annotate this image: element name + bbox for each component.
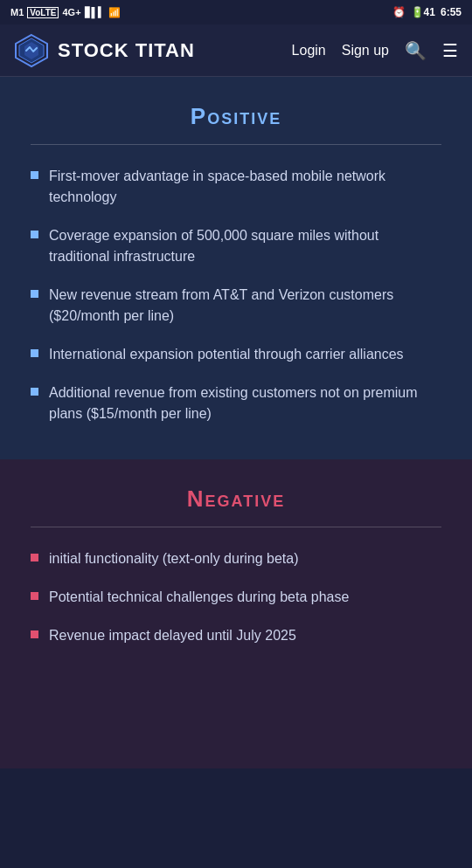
bullet-icon: [31, 349, 38, 357]
positive-item-1: First-mover advantage in space-based mob…: [49, 166, 441, 208]
list-item: First-mover advantage in space-based mob…: [31, 166, 441, 208]
signal-label: 4G+: [62, 7, 80, 17]
positive-title: Positive: [31, 103, 441, 130]
navbar: STOCK TITAN Login Sign up 🔍 ☰: [0, 24, 472, 77]
list-item: Revenue impact delayed until July 2025: [31, 625, 441, 646]
list-item: International expansion potential throug…: [31, 344, 441, 365]
bullet-icon: [31, 231, 38, 238]
bullet-icon: [31, 290, 38, 298]
content: Positive First-mover advantage in space-…: [0, 77, 472, 768]
positive-divider: [31, 144, 441, 145]
status-bar: M1 VoLTE 4G+ ▋▌▍ 📶 ⏰ 🔋41 6:55: [0, 0, 472, 24]
list-item: Coverage expansion of 500,000 square mil…: [31, 225, 441, 267]
menu-icon[interactable]: ☰: [442, 40, 458, 61]
bullet-icon: [31, 630, 38, 638]
login-link[interactable]: Login: [292, 43, 326, 59]
brand: STOCK TITAN: [14, 33, 195, 68]
bullet-icon: [31, 554, 38, 561]
battery-indicator: 🔋41: [411, 6, 435, 18]
positive-section: Positive First-mover advantage in space-…: [0, 77, 472, 459]
wifi-icon: 📶: [108, 7, 121, 18]
bullet-icon: [31, 171, 38, 179]
negative-item-3: Revenue impact delayed until July 2025: [49, 625, 296, 646]
negative-divider: [31, 527, 441, 527]
signal-bars: ▋▌▍: [85, 7, 106, 18]
positive-item-5: Additional revenue from existing custome…: [49, 382, 441, 424]
alarm-icon: ⏰: [392, 6, 406, 18]
bullet-icon: [31, 592, 38, 600]
navbar-links: Login Sign up 🔍 ☰: [292, 40, 458, 61]
brand-name: STOCK TITAN: [58, 39, 195, 62]
negative-list: initial functionality (text-only during …: [31, 548, 441, 646]
list-item: Potential technical challenges during be…: [31, 587, 441, 608]
positive-item-4: International expansion potential throug…: [49, 344, 404, 365]
negative-item-2: Potential technical challenges during be…: [49, 587, 349, 608]
list-item: initial functionality (text-only during …: [31, 548, 441, 569]
negative-item-1: initial functionality (text-only during …: [49, 548, 298, 569]
negative-title: Negative: [31, 486, 441, 513]
negative-section: Negative initial functionality (text-onl…: [0, 459, 472, 681]
positive-item-3: New revenue stream from AT&T and Verizon…: [49, 285, 441, 327]
brand-logo-icon: [14, 33, 49, 68]
status-right: ⏰ 🔋41 6:55: [392, 6, 462, 18]
signup-link[interactable]: Sign up: [342, 43, 389, 59]
bullet-icon: [31, 388, 38, 396]
carrier-label: M1: [10, 7, 24, 17]
positive-item-2: Coverage expansion of 500,000 square mil…: [49, 225, 441, 267]
network-label: VoLTE: [27, 7, 59, 18]
list-item: Additional revenue from existing custome…: [31, 382, 441, 424]
time-label: 6:55: [441, 6, 462, 18]
bottom-area: [0, 681, 472, 768]
status-left: M1 VoLTE 4G+ ▋▌▍ 📶: [10, 7, 121, 18]
list-item: New revenue stream from AT&T and Verizon…: [31, 285, 441, 327]
positive-list: First-mover advantage in space-based mob…: [31, 166, 441, 424]
search-icon[interactable]: 🔍: [405, 40, 427, 61]
